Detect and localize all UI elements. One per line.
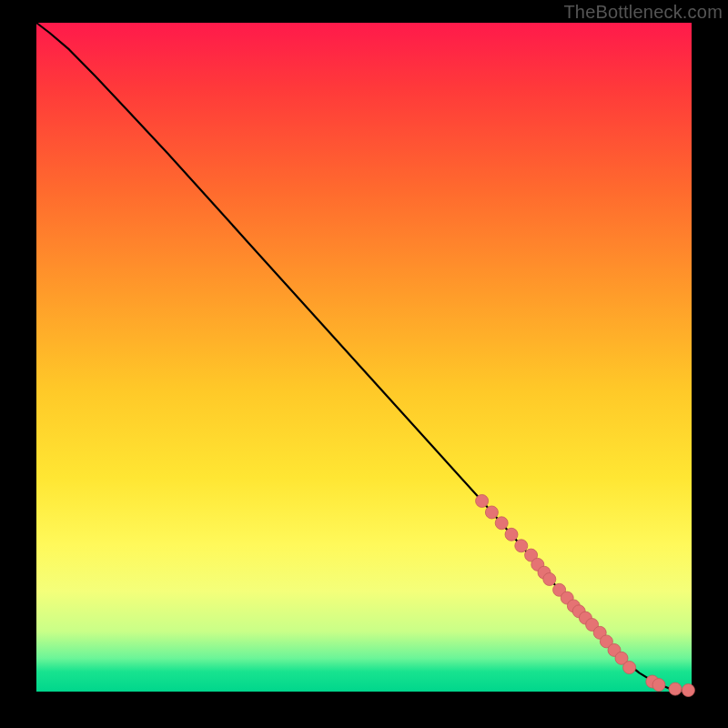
data-marker (515, 540, 528, 552)
data-marker (669, 682, 682, 695)
data-marker (485, 506, 498, 519)
chart-svg (36, 23, 692, 692)
chart-frame: TheBottleneck.com (0, 0, 728, 728)
data-marker (505, 528, 518, 541)
watermark-text: TheBottleneck.com (563, 2, 723, 23)
data-marker (623, 662, 636, 674)
data-marker (543, 573, 556, 586)
markers-group (476, 495, 695, 697)
data-marker (495, 517, 508, 530)
curve-line (36, 23, 692, 691)
data-marker (682, 684, 694, 697)
plot-area (36, 23, 692, 692)
data-marker (476, 495, 489, 508)
data-marker (652, 679, 665, 692)
